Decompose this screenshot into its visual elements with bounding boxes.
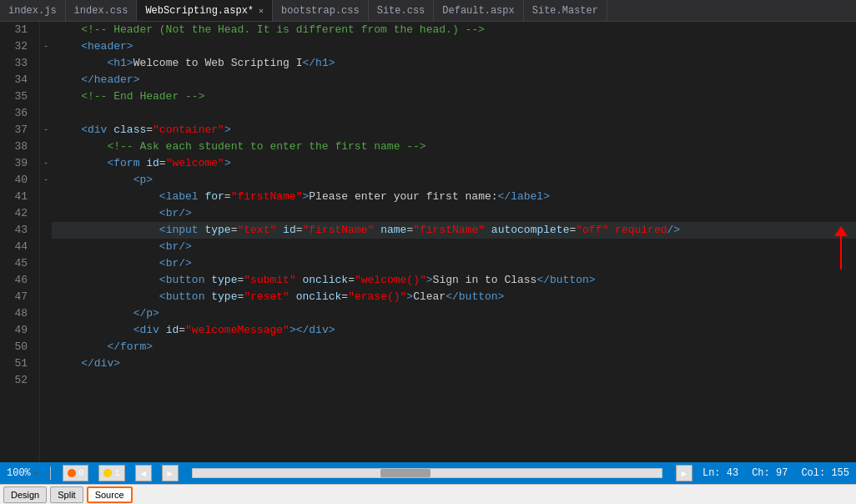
nav-forward-button[interactable]: ▶ <box>162 465 179 481</box>
plain-text <box>55 224 159 236</box>
fold-icon-45 <box>40 255 52 272</box>
tab-index-js[interactable]: index.js <box>0 0 66 21</box>
required-arrow-annotation <box>834 226 848 270</box>
line-position: Ln: 43 <box>702 467 738 479</box>
tag-text: </header> <box>81 73 139 86</box>
separator-1 <box>50 466 51 480</box>
plain-text <box>55 157 107 169</box>
plain-text <box>55 207 159 219</box>
attr-text: type <box>211 274 237 286</box>
zoom-value: 100% <box>7 467 31 479</box>
string-value: "firstName" <box>413 224 485 236</box>
tab-index-css[interactable]: index.css <box>66 0 138 21</box>
fold-icon-39[interactable]: - <box>40 155 52 172</box>
fold-icon-43 <box>40 222 52 239</box>
plain-text: Please enter your first name: <box>309 190 497 203</box>
tag-text: > <box>406 290 413 303</box>
plain-text <box>55 123 81 136</box>
line-number-36: 36 <box>0 105 33 122</box>
code-line-50: </form> <box>52 339 856 355</box>
error-badge[interactable]: 0 <box>63 465 89 481</box>
tab-bootstrap-css[interactable]: bootstrap.css <box>273 0 369 21</box>
tab-close-webscripting[interactable]: ✕ <box>259 6 264 16</box>
attr-text: onclick <box>303 274 349 286</box>
code-line-49: <div id="welcomeMessage"></div> <box>52 322 856 339</box>
nav-back-button[interactable]: ◀ <box>135 465 152 481</box>
plain-text: Welcome to Web Scripting I <box>133 57 303 69</box>
warning-count: 1 <box>114 468 120 478</box>
horizontal-scrollbar[interactable] <box>192 468 662 478</box>
plain-text <box>290 290 296 303</box>
attr-text: class <box>113 123 146 136</box>
line-number-44: 44 <box>0 239 33 255</box>
char-position: Ch: 97 <box>752 467 788 479</box>
tab-label-default-aspx: Default.aspx <box>442 5 514 17</box>
fold-icon-35 <box>40 88 52 105</box>
tag-text: </div> <box>81 357 120 370</box>
code-line-44: <br/> <box>52 239 856 255</box>
line-number-43: 43 <box>0 222 33 239</box>
warning-badge[interactable]: 1 <box>98 465 125 481</box>
scrollbar-thumb[interactable] <box>380 469 431 477</box>
scroll-right-button[interactable]: ▶ <box>676 465 692 481</box>
code-line-43: <input type="text" id="firstName" name="… <box>52 222 856 239</box>
code-lines: <!-- Header (Not the Head. It is differe… <box>52 22 856 462</box>
design-tab-button[interactable]: Design <box>3 486 47 503</box>
tag-text: </label> <box>498 190 550 203</box>
code-line-41: <label for="firstName">Please enter your… <box>52 189 856 205</box>
fold-icon-47 <box>40 289 52 305</box>
line-number-33: 33 <box>0 55 33 72</box>
plain-text <box>276 224 283 236</box>
tag-text: <h1> <box>107 57 133 69</box>
fold-gutter: ---- <box>40 22 52 462</box>
string-value: "submit" <box>244 274 295 286</box>
fold-icon-40[interactable]: - <box>40 172 52 189</box>
tab-label-site-css: Site.css <box>377 5 425 17</box>
tag-text: <label <box>159 190 205 203</box>
comment-text: <!-- End Header --> <box>55 90 204 103</box>
status-bar: 100% ▼ 0 1 ◀ ▶ ▶ Ln: 43 Ch: 97 Col: 155 <box>0 462 856 484</box>
line-number-46: 46 <box>0 272 33 289</box>
attr-text: type <box>204 224 230 236</box>
tab-site-css[interactable]: Site.css <box>369 0 435 21</box>
tab-site-master[interactable]: Site.Master <box>524 0 607 21</box>
string-value: "container" <box>153 123 224 136</box>
code-line-47: <button type="reset" onclick="erase()">C… <box>52 289 856 305</box>
code-line-31: <!-- Header (Not the Head. It is differe… <box>52 22 856 38</box>
string-value: "erase()" <box>348 290 406 303</box>
tag-text: ></div> <box>290 324 335 336</box>
tag-text: </button> <box>536 274 595 286</box>
plain-text: = <box>341 290 348 303</box>
tag-text: /> <box>667 224 681 236</box>
fold-icon-32[interactable]: - <box>40 38 52 55</box>
string-value: "firstName" <box>231 190 303 203</box>
plain-text <box>55 190 159 203</box>
attr-text: name <box>380 224 406 236</box>
tab-webscripting[interactable]: WebScripting.aspx*✕ <box>137 0 273 21</box>
tag-text: <button <box>159 290 211 303</box>
plain-text <box>608 224 615 236</box>
tab-label-bootstrap-css: bootstrap.css <box>281 5 360 17</box>
line-number-49: 49 <box>0 322 33 339</box>
attr-text: onclick <box>296 290 342 303</box>
tab-default-aspx[interactable]: Default.aspx <box>434 0 523 21</box>
line-number-52: 52 <box>0 372 33 389</box>
error-dot-icon <box>68 469 76 477</box>
source-tab-button[interactable]: Source <box>87 486 133 503</box>
arrow-line <box>840 236 842 270</box>
code-line-38: <!-- Ask each student to enter the first… <box>52 139 856 155</box>
zoom-dropdown-icon[interactable]: ▼ <box>34 470 38 477</box>
line-number-35: 35 <box>0 88 33 105</box>
tag-text: > <box>426 274 433 286</box>
string-value: "text" <box>237 224 276 236</box>
plain-text <box>296 274 303 286</box>
fold-icon-48 <box>40 305 52 322</box>
line-numbers: 3132333435363738394041424344454647484950… <box>0 22 40 462</box>
zoom-control[interactable]: 100% ▼ <box>7 467 38 479</box>
code-line-34: </header> <box>52 72 856 88</box>
code-line-42: <br/> <box>52 205 856 222</box>
split-tab-button[interactable]: Split <box>50 486 83 503</box>
fold-icon-37[interactable]: - <box>40 122 52 139</box>
plain-text: = <box>224 190 231 203</box>
line-number-47: 47 <box>0 289 33 305</box>
